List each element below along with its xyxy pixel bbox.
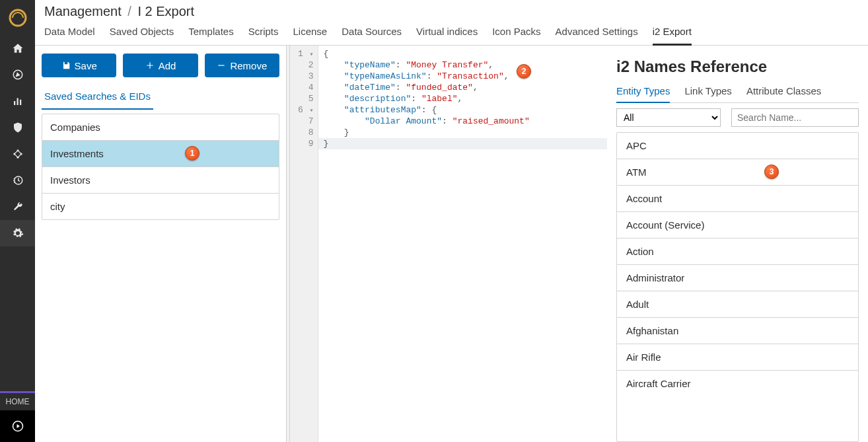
action-buttons: Save Add Remove bbox=[42, 54, 279, 77]
tab-templates[interactable]: Templates bbox=[188, 26, 233, 45]
ref-tab-entity[interactable]: Entity Types bbox=[616, 85, 670, 103]
reference-tabs: Entity Types Link Types Attribute Classe… bbox=[616, 85, 859, 103]
tab-icon-packs[interactable]: Icon Packs bbox=[492, 26, 540, 45]
breadcrumb-root[interactable]: Management bbox=[44, 4, 122, 18]
svg-rect-4 bbox=[20, 100, 21, 105]
reference-item[interactable]: Air Rifle bbox=[617, 344, 858, 371]
svg-rect-11 bbox=[219, 65, 225, 65]
ref-tab-attr[interactable]: Attribute Classes bbox=[746, 85, 821, 102]
chart-icon bbox=[12, 95, 24, 107]
tab-advanced[interactable]: Advanced Settings bbox=[556, 26, 638, 45]
tab-data-sources[interactable]: Data Sources bbox=[342, 26, 402, 45]
add-label: Add bbox=[159, 60, 176, 71]
app-navbar: HOME bbox=[0, 0, 35, 442]
saved-search-item[interactable]: Investors bbox=[42, 167, 279, 194]
main-content: Management / I 2 Export Data Model Saved… bbox=[35, 0, 868, 442]
reference-item[interactable]: Afghanistan bbox=[617, 318, 858, 344]
reference-filter-row: All bbox=[616, 108, 859, 127]
code-content[interactable]: { "typeName": "Money Transfer", "typeNam… bbox=[318, 46, 607, 442]
tab-license[interactable]: License bbox=[293, 26, 328, 45]
breadcrumb-page: I 2 Export bbox=[137, 4, 194, 18]
reference-category-select[interactable]: All bbox=[616, 108, 721, 127]
workarea: Save Add Remove Saved Searches & EIDs Co… bbox=[35, 46, 868, 442]
nav-graph[interactable] bbox=[0, 141, 35, 167]
reference-search-input[interactable] bbox=[731, 108, 859, 127]
save-button[interactable]: Save bbox=[42, 54, 116, 77]
reference-item[interactable]: ATM3 bbox=[617, 159, 858, 186]
tab-i2-export[interactable]: i2 Export bbox=[653, 26, 692, 46]
nav-home[interactable] bbox=[0, 35, 35, 61]
nav-security[interactable] bbox=[0, 114, 35, 141]
reference-item[interactable]: Action bbox=[617, 239, 858, 265]
nav-recent[interactable] bbox=[0, 167, 35, 194]
saved-searches-list: CompaniesInvestments1Investorscity bbox=[42, 114, 279, 220]
compass-icon bbox=[12, 69, 24, 81]
plus-icon bbox=[145, 61, 155, 70]
tab-data-model[interactable]: Data Model bbox=[44, 26, 95, 45]
graph-icon bbox=[12, 148, 24, 160]
nav-devtools[interactable] bbox=[0, 194, 35, 220]
nav-discover[interactable] bbox=[0, 61, 35, 88]
add-button[interactable]: Add bbox=[123, 54, 198, 77]
reference-item[interactable]: Aircraft Carrier bbox=[617, 371, 858, 396]
saved-searches-title: Saved Searches & EIDs bbox=[42, 87, 153, 110]
remove-label: Remove bbox=[230, 60, 267, 71]
home-icon bbox=[12, 42, 24, 54]
svg-rect-2 bbox=[14, 101, 15, 105]
reference-list-wrap: APCATM3AccountAccount (Service)ActionAdm… bbox=[616, 132, 859, 442]
ref-tab-link[interactable]: Link Types bbox=[684, 85, 731, 102]
saved-search-item[interactable]: Companies bbox=[42, 114, 279, 141]
saved-searches-panel: Save Add Remove Saved Searches & EIDs Co… bbox=[35, 46, 286, 442]
reference-title: i2 Names Reference bbox=[616, 57, 859, 76]
nav-collapse[interactable] bbox=[0, 410, 35, 442]
callout-1: 1 bbox=[185, 146, 199, 161]
tab-scripts[interactable]: Scripts bbox=[248, 26, 279, 45]
code-editor[interactable]: 1 ▾23456 ▾789 { "typeName": "Money Trans… bbox=[290, 46, 607, 442]
reference-list[interactable]: APCATM3AccountAccount (Service)ActionAdm… bbox=[616, 132, 859, 442]
play-circle-icon bbox=[12, 420, 24, 432]
reference-item[interactable]: Administrator bbox=[617, 265, 858, 291]
gear-icon bbox=[12, 227, 24, 239]
save-label: Save bbox=[75, 60, 97, 71]
reference-item[interactable]: Adult bbox=[617, 291, 858, 318]
tab-virtual-indices[interactable]: Virtual indices bbox=[416, 26, 478, 45]
line-numbers: 1 ▾23456 ▾789 bbox=[290, 46, 318, 442]
nav-home-label[interactable]: HOME bbox=[0, 391, 35, 410]
nav-management[interactable] bbox=[0, 220, 35, 246]
reference-item[interactable]: Account (Service) bbox=[617, 212, 858, 239]
nav-visualize[interactable] bbox=[0, 88, 35, 114]
breadcrumb: Management / I 2 Export bbox=[35, 0, 868, 20]
callout-3: 3 bbox=[764, 165, 779, 179]
tab-saved-objects[interactable]: Saved Objects bbox=[110, 26, 174, 45]
remove-button[interactable]: Remove bbox=[205, 54, 279, 77]
json-editor-panel: 1 ▾23456 ▾789 { "typeName": "Money Trans… bbox=[290, 46, 607, 442]
save-icon bbox=[61, 61, 71, 70]
app-logo[interactable] bbox=[0, 0, 35, 35]
svg-rect-3 bbox=[17, 98, 18, 106]
reference-item[interactable]: Account bbox=[617, 186, 858, 212]
reference-item[interactable]: APC bbox=[617, 133, 858, 159]
reference-panel: i2 Names Reference Entity Types Link Typ… bbox=[607, 46, 868, 442]
breadcrumb-sep: / bbox=[127, 4, 131, 18]
history-icon bbox=[12, 174, 24, 186]
wrench-icon bbox=[12, 201, 24, 213]
minus-icon bbox=[217, 61, 226, 70]
logo-icon bbox=[8, 8, 28, 28]
shield-icon bbox=[12, 122, 24, 133]
saved-search-item[interactable]: city bbox=[42, 194, 279, 219]
saved-search-item[interactable]: Investments1 bbox=[42, 141, 279, 167]
management-tabs: Data Model Saved Objects Templates Scrip… bbox=[35, 20, 868, 46]
